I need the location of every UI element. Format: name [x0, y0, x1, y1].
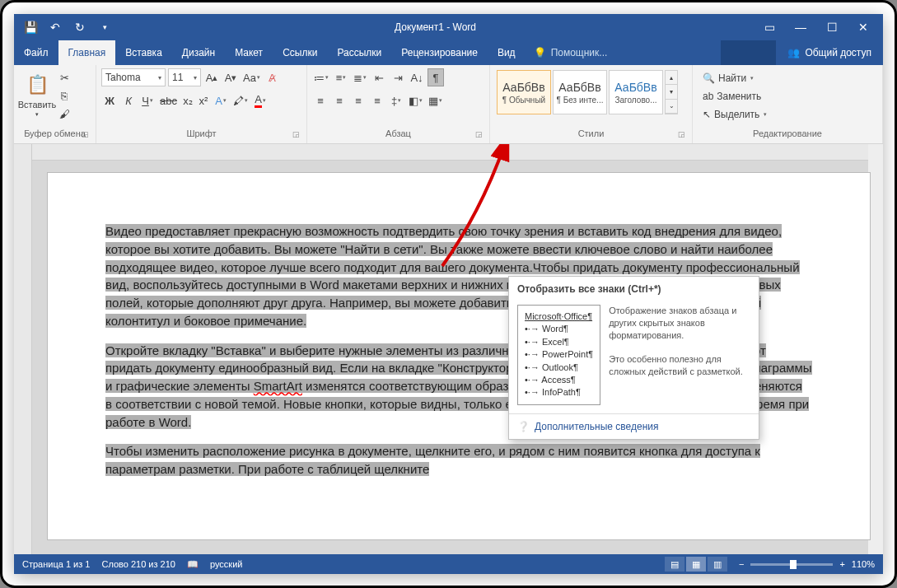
spellcheck-icon[interactable]: 📖: [187, 559, 199, 570]
sort-icon[interactable]: A↓: [409, 68, 425, 86]
status-page[interactable]: Страница 1 из 1: [22, 559, 90, 569]
shading-icon[interactable]: ◧▾: [407, 91, 424, 110]
shrink-font-icon[interactable]: A▾: [222, 68, 239, 86]
paragraph-launcher-icon[interactable]: ◲: [475, 130, 483, 138]
zoom-in-icon[interactable]: +: [839, 559, 844, 569]
highlight-icon[interactable]: 🖍▾: [231, 91, 250, 110]
tooltip-more-link[interactable]: ❔Дополнительные сведения: [509, 413, 759, 439]
select-button[interactable]: ↖Выделить▾: [703, 106, 767, 123]
show-marks-icon[interactable]: ¶: [427, 68, 444, 86]
bold-icon[interactable]: Ж: [101, 91, 118, 110]
format-painter-icon[interactable]: 🖌: [57, 106, 72, 121]
user-account[interactable]: [721, 40, 776, 65]
subscript-icon[interactable]: x₂: [181, 91, 194, 110]
redo-icon[interactable]: ↻: [73, 21, 86, 34]
tab-insert[interactable]: Вставка: [115, 40, 172, 65]
style-preview: АаБбВв: [614, 81, 656, 94]
horizontal-ruler[interactable]: [32, 144, 868, 161]
vertical-ruler[interactable]: [14, 144, 32, 554]
paste-icon: 📋: [24, 72, 50, 98]
status-words[interactable]: Слово 210 из 210: [101, 559, 175, 569]
grow-font-icon[interactable]: A▴: [203, 68, 220, 86]
tooltip-show-marks: Отобразить все знаки (Ctrl+*) Microsoft·…: [508, 276, 759, 440]
title-bar: 💾 ↶ ↻ ▾ Документ1 - Word ▭ — ☐ ✕: [14, 14, 883, 40]
font-size-select[interactable]: 11▾: [168, 68, 201, 86]
superscript-icon[interactable]: x²: [197, 91, 210, 110]
style-normal[interactable]: АаБбВв¶ Обычный: [497, 70, 551, 114]
justify-icon[interactable]: ≡: [369, 91, 385, 110]
minimize-icon[interactable]: —: [794, 21, 807, 34]
increase-indent-icon[interactable]: ⇥: [390, 68, 406, 86]
align-left-icon[interactable]: ≡: [312, 91, 329, 110]
tooltip-more-label: Дополнительные сведения: [535, 421, 658, 432]
style-heading[interactable]: АаБбВвЗаголово...: [609, 70, 663, 114]
align-right-icon[interactable]: ≡: [350, 91, 367, 110]
sample-item: •·→ Access¶: [525, 374, 593, 386]
decrease-indent-icon[interactable]: ⇤: [371, 68, 387, 86]
style-preview: АаБбВв: [558, 81, 600, 94]
find-button[interactable]: 🔍Найти▾: [703, 70, 767, 86]
paste-button[interactable]: 📋 Вставить ▾: [19, 68, 55, 121]
line-spacing-icon[interactable]: ‡▾: [388, 91, 404, 110]
tab-references[interactable]: Ссылки: [273, 40, 327, 65]
numbering-icon[interactable]: ≡▾: [333, 68, 349, 86]
clear-formatting-icon[interactable]: A̷: [264, 68, 281, 86]
underline-icon[interactable]: Ч▾: [139, 91, 156, 110]
window-title: Документ1 - Word: [121, 21, 750, 33]
text-run-error: SmartArt: [254, 379, 302, 393]
style-name: Заголово...: [615, 96, 657, 105]
italic-icon[interactable]: К: [120, 91, 137, 110]
change-case-icon[interactable]: Aa▾: [241, 68, 262, 86]
text-effects-icon[interactable]: A▾: [213, 91, 229, 110]
tab-view[interactable]: Вид: [488, 40, 526, 65]
tooltip-desc-2: Это особенно полезно для сложных действи…: [609, 353, 750, 378]
sample-heading: Microsoft·Office¶: [525, 310, 593, 323]
cut-icon[interactable]: ✂: [57, 70, 72, 85]
ribbon: 📋 Вставить ▾ ✂ ⎘ 🖌 Буфер обмена◲ Tahoma▾…: [14, 65, 883, 144]
view-print-icon[interactable]: ▦: [686, 557, 706, 572]
clipboard-launcher-icon[interactable]: ◲: [82, 130, 89, 138]
style-no-spacing[interactable]: АаБбВв¶ Без инте...: [553, 70, 607, 114]
find-label: Найти: [718, 72, 746, 84]
zoom-slider[interactable]: − + 110%: [739, 559, 875, 569]
status-bar: Страница 1 из 1 Слово 210 из 210 📖 русск…: [14, 554, 883, 574]
sample-item: •·→ Excel¶: [525, 336, 593, 348]
bullets-icon[interactable]: ≔▾: [312, 68, 330, 86]
close-icon[interactable]: ✕: [857, 21, 870, 34]
replace-icon: ab: [703, 91, 713, 102]
font-color-icon[interactable]: A▾: [252, 91, 269, 110]
font-launcher-icon[interactable]: ◲: [292, 130, 300, 138]
styles-group-label: Стили: [578, 128, 605, 138]
paragraph-3[interactable]: Чтобы изменить расположение рисунка в до…: [105, 442, 812, 478]
maximize-icon[interactable]: ☐: [825, 21, 839, 34]
font-name-value: Tahoma: [105, 72, 141, 83]
undo-icon[interactable]: ↶: [49, 21, 62, 34]
save-icon[interactable]: 💾: [24, 21, 37, 34]
share-button[interactable]: 👥Общий доступ: [776, 40, 883, 65]
replace-button[interactable]: abЗаменить: [703, 88, 767, 105]
tab-design[interactable]: Дизайн: [172, 40, 225, 65]
multilevel-icon[interactable]: ≣▾: [352, 68, 368, 86]
tooltip-title: Отобразить все знаки (Ctrl+*): [509, 277, 759, 300]
tell-me[interactable]: 💡Помощник...: [526, 40, 721, 65]
align-center-icon[interactable]: ≡: [331, 91, 348, 110]
style-preview: АаБбВв: [502, 81, 544, 94]
tab-file[interactable]: Файл: [14, 40, 58, 65]
strikethrough-icon[interactable]: abc: [158, 91, 179, 110]
styles-scroll[interactable]: ▴▾⌄: [665, 70, 678, 114]
styles-launcher-icon[interactable]: ◲: [678, 130, 685, 138]
borders-icon[interactable]: ▦▾: [427, 91, 444, 110]
view-web-icon[interactable]: ▥: [708, 557, 727, 572]
zoom-out-icon[interactable]: −: [739, 559, 744, 569]
font-name-select[interactable]: Tahoma▾: [101, 68, 166, 86]
status-language[interactable]: русский: [210, 559, 242, 569]
tab-review[interactable]: Рецензирование: [391, 40, 488, 65]
qat-caret-icon[interactable]: ▾: [98, 21, 111, 34]
view-read-icon[interactable]: ▤: [665, 557, 684, 572]
zoom-value[interactable]: 110%: [852, 559, 875, 569]
tab-home[interactable]: Главная: [58, 40, 116, 65]
tab-mailings[interactable]: Рассылки: [327, 40, 391, 65]
copy-icon[interactable]: ⎘: [57, 88, 72, 103]
tab-layout[interactable]: Макет: [225, 40, 273, 65]
ribbon-options-icon[interactable]: ▭: [763, 21, 776, 34]
